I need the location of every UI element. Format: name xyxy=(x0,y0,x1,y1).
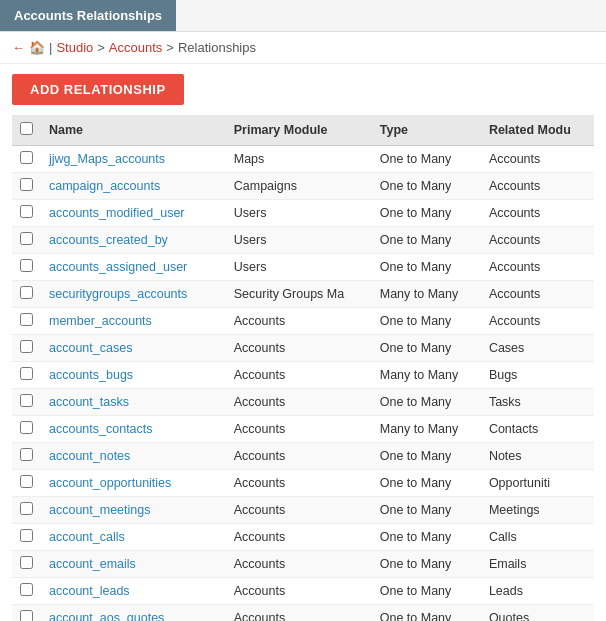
row-type: One to Many xyxy=(372,335,481,362)
row-name[interactable]: securitygroups_accounts xyxy=(41,281,226,308)
row-primary: Security Groups Ma xyxy=(226,281,372,308)
row-related: Calls xyxy=(481,524,594,551)
row-primary: Accounts xyxy=(226,389,372,416)
row-related: Leads xyxy=(481,578,594,605)
table-row: account_tasks Accounts One to Many Tasks xyxy=(12,389,594,416)
row-type: Many to Many xyxy=(372,416,481,443)
row-name[interactable]: account_notes xyxy=(41,443,226,470)
row-name[interactable]: account_cases xyxy=(41,335,226,362)
table-row: account_leads Accounts One to Many Leads xyxy=(12,578,594,605)
row-primary: Accounts xyxy=(226,551,372,578)
row-name[interactable]: account_calls xyxy=(41,524,226,551)
row-name[interactable]: accounts_modified_user xyxy=(41,200,226,227)
row-name[interactable]: accounts_contacts xyxy=(41,416,226,443)
row-checkbox-cell xyxy=(12,524,41,551)
row-checkbox-cell xyxy=(12,605,41,622)
row-name[interactable]: account_leads xyxy=(41,578,226,605)
row-checkbox[interactable] xyxy=(20,583,33,596)
row-type: One to Many xyxy=(372,254,481,281)
row-name[interactable]: account_tasks xyxy=(41,389,226,416)
table-row: campaign_accounts Campaigns One to Many … xyxy=(12,173,594,200)
row-name[interactable]: accounts_bugs xyxy=(41,362,226,389)
row-related: Accounts xyxy=(481,173,594,200)
row-related: Tasks xyxy=(481,389,594,416)
row-type: One to Many xyxy=(372,497,481,524)
row-checkbox[interactable] xyxy=(20,232,33,245)
row-checkbox[interactable] xyxy=(20,259,33,272)
table-row: accounts_assigned_user Users One to Many… xyxy=(12,254,594,281)
row-related: Cases xyxy=(481,335,594,362)
row-primary: Accounts xyxy=(226,362,372,389)
row-checkbox[interactable] xyxy=(20,421,33,434)
row-checkbox[interactable] xyxy=(20,340,33,353)
row-type: Many to Many xyxy=(372,281,481,308)
row-name[interactable]: jjwg_Maps_accounts xyxy=(41,146,226,173)
row-checkbox[interactable] xyxy=(20,313,33,326)
row-checkbox[interactable] xyxy=(20,448,33,461)
table-row: account_cases Accounts One to Many Cases xyxy=(12,335,594,362)
table-row: account_meetings Accounts One to Many Me… xyxy=(12,497,594,524)
row-primary: Accounts xyxy=(226,443,372,470)
row-checkbox[interactable] xyxy=(20,151,33,164)
row-name[interactable]: account_opportunities xyxy=(41,470,226,497)
table-row: member_accounts Accounts One to Many Acc… xyxy=(12,308,594,335)
row-checkbox[interactable] xyxy=(20,205,33,218)
table-row: account_emails Accounts One to Many Emai… xyxy=(12,551,594,578)
row-name[interactable]: accounts_assigned_user xyxy=(41,254,226,281)
row-related: Accounts xyxy=(481,308,594,335)
row-primary: Accounts xyxy=(226,470,372,497)
select-all-checkbox[interactable] xyxy=(20,122,33,135)
breadcrumb-sep2: > xyxy=(166,40,174,55)
row-type: One to Many xyxy=(372,200,481,227)
row-checkbox[interactable] xyxy=(20,610,33,621)
row-checkbox-cell xyxy=(12,578,41,605)
row-primary: Users xyxy=(226,254,372,281)
row-type: One to Many xyxy=(372,146,481,173)
row-type: One to Many xyxy=(372,551,481,578)
row-checkbox-cell xyxy=(12,551,41,578)
row-name[interactable]: account_meetings xyxy=(41,497,226,524)
table-row: jjwg_Maps_accounts Maps One to Many Acco… xyxy=(12,146,594,173)
row-type: One to Many xyxy=(372,524,481,551)
row-name[interactable]: campaign_accounts xyxy=(41,173,226,200)
table-container: Name Primary Module Type Related Modu jj… xyxy=(0,115,606,621)
row-checkbox[interactable] xyxy=(20,178,33,191)
breadcrumb-accounts[interactable]: Accounts xyxy=(109,40,162,55)
row-checkbox-cell xyxy=(12,308,41,335)
row-checkbox[interactable] xyxy=(20,394,33,407)
row-checkbox[interactable] xyxy=(20,556,33,569)
row-checkbox[interactable] xyxy=(20,475,33,488)
relationships-table: Name Primary Module Type Related Modu jj… xyxy=(12,115,594,621)
row-checkbox-cell xyxy=(12,416,41,443)
row-checkbox-cell xyxy=(12,335,41,362)
table-row: accounts_modified_user Users One to Many… xyxy=(12,200,594,227)
back-arrow[interactable]: ← xyxy=(12,40,25,55)
row-type: One to Many xyxy=(372,443,481,470)
breadcrumb-separator: | xyxy=(49,40,52,55)
row-name[interactable]: account_aos_quotes xyxy=(41,605,226,622)
row-checkbox[interactable] xyxy=(20,502,33,515)
row-related: Meetings xyxy=(481,497,594,524)
row-related: Notes xyxy=(481,443,594,470)
breadcrumb-studio[interactable]: Studio xyxy=(56,40,93,55)
breadcrumb-relationships: Relationships xyxy=(178,40,256,55)
row-name[interactable]: account_emails xyxy=(41,551,226,578)
row-primary: Accounts xyxy=(226,497,372,524)
row-primary: Accounts xyxy=(226,524,372,551)
row-checkbox-cell xyxy=(12,200,41,227)
row-checkbox[interactable] xyxy=(20,367,33,380)
row-checkbox[interactable] xyxy=(20,529,33,542)
add-relationship-button[interactable]: ADD RELATIONSHIP xyxy=(12,74,184,105)
row-primary: Campaigns xyxy=(226,173,372,200)
row-name[interactable]: accounts_created_by xyxy=(41,227,226,254)
row-checkbox[interactable] xyxy=(20,286,33,299)
row-name[interactable]: member_accounts xyxy=(41,308,226,335)
home-icon[interactable]: 🏠 xyxy=(29,40,45,55)
col-header-type: Type xyxy=(372,115,481,146)
col-header-name: Name xyxy=(41,115,226,146)
accounts-relationships-tab[interactable]: Accounts Relationships xyxy=(0,0,176,31)
row-type: One to Many xyxy=(372,470,481,497)
row-type: Many to Many xyxy=(372,362,481,389)
toolbar: ADD RELATIONSHIP xyxy=(0,64,606,115)
table-row: account_notes Accounts One to Many Notes xyxy=(12,443,594,470)
